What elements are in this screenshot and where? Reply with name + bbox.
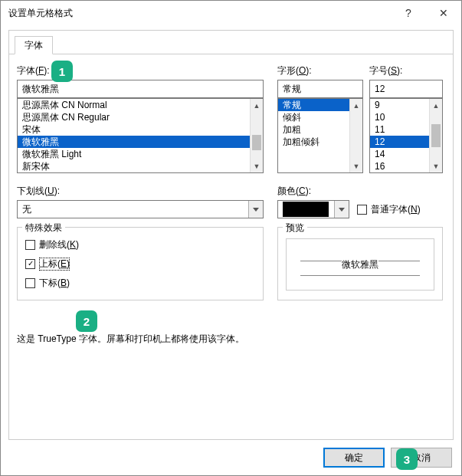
list-item[interactable]: 10 bbox=[370, 111, 429, 123]
preview-box: 微软雅黑 bbox=[286, 238, 434, 291]
size-input[interactable]: 12 bbox=[369, 80, 443, 98]
effects-legend: 特殊效果 bbox=[22, 222, 65, 235]
effects-fieldset: 特殊效果 删除线(K) ✓ 上标(E) 下标(B) bbox=[17, 227, 264, 300]
checkbox-box bbox=[357, 205, 367, 215]
size-input-value: 12 bbox=[375, 84, 385, 94]
help-button[interactable]: ? bbox=[391, 1, 426, 25]
style-listbox[interactable]: 常规倾斜加粗加粗倾斜 ▲ ▼ bbox=[277, 98, 363, 173]
ok-button[interactable]: 确定 bbox=[323, 448, 385, 468]
help-icon: ? bbox=[405, 7, 411, 19]
tab-font-label: 字体 bbox=[25, 39, 43, 52]
font-input-value: 微软雅黑 bbox=[22, 83, 59, 96]
list-item[interactable]: 加粗倾斜 bbox=[278, 136, 349, 148]
list-item[interactable]: 宋体 bbox=[18, 123, 250, 136]
close-button[interactable]: ✕ bbox=[426, 1, 461, 25]
checkbox-box bbox=[25, 240, 35, 250]
color-swatch bbox=[283, 202, 329, 217]
list-item[interactable]: 9 bbox=[370, 99, 429, 111]
subscript-checkbox[interactable]: 下标(B) bbox=[25, 275, 255, 291]
list-item[interactable]: 微软雅黑 bbox=[18, 136, 250, 148]
scroll-up-icon[interactable]: ▲ bbox=[350, 99, 362, 112]
color-label: 颜色(C): bbox=[277, 185, 443, 198]
titlebar: 设置单元格格式 ? ✕ bbox=[1, 1, 461, 25]
preview-legend: 预览 bbox=[283, 222, 307, 235]
annotation-badge-1: 1 bbox=[51, 61, 73, 82]
list-item[interactable]: 12 bbox=[370, 136, 429, 148]
preview-fieldset: 预览 微软雅黑 bbox=[277, 227, 443, 300]
font-scrollbar[interactable]: ▲ ▼ bbox=[250, 99, 263, 172]
strikethrough-checkbox[interactable]: 删除线(K) bbox=[25, 237, 255, 252]
superscript-label: 上标(E) bbox=[39, 258, 70, 271]
chevron-down-icon[interactable] bbox=[334, 201, 349, 218]
scroll-down-icon[interactable]: ▼ bbox=[430, 159, 442, 172]
scroll-up-icon[interactable]: ▲ bbox=[251, 99, 263, 112]
chevron-down-icon[interactable] bbox=[248, 201, 263, 218]
style-input-value: 常规 bbox=[283, 83, 301, 96]
style-input[interactable]: 常规 bbox=[277, 80, 363, 98]
format-cells-dialog: 设置单元格格式 ? ✕ 字体 字体(F): 微软雅黑 bbox=[0, 0, 462, 476]
close-icon: ✕ bbox=[439, 7, 448, 19]
normal-font-label: 普通字体(N) bbox=[371, 203, 421, 216]
tab-content: 字体(F): 微软雅黑 思源黑体 CN Normal思源黑体 CN Regula… bbox=[17, 64, 445, 432]
list-item[interactable]: 微软雅黑 Light bbox=[18, 148, 250, 160]
underline-value: 无 bbox=[22, 203, 31, 216]
underline-label: 下划线(U): bbox=[17, 185, 264, 198]
list-item[interactable]: 思源黑体 CN Regular bbox=[18, 111, 250, 123]
size-label: 字号(S): bbox=[369, 64, 443, 77]
checkbox-box: ✓ bbox=[25, 259, 35, 269]
style-scrollbar[interactable]: ▲ ▼ bbox=[349, 99, 362, 172]
font-note: 这是 TrueType 字体。屏幕和打印机上都将使用该字体。 bbox=[17, 333, 445, 346]
list-item[interactable]: 倾斜 bbox=[278, 111, 349, 123]
annotation-badge-3: 3 bbox=[396, 448, 418, 470]
ok-button-label: 确定 bbox=[345, 451, 363, 465]
subscript-label: 下标(B) bbox=[39, 277, 70, 290]
font-input[interactable]: 微软雅黑 bbox=[17, 80, 264, 98]
list-item[interactable]: 新宋体 bbox=[18, 160, 250, 172]
dialog-body: 字体 字体(F): 微软雅黑 思源黑体 CN Normal思源黑体 CN Reg… bbox=[8, 30, 454, 440]
window-title: 设置单元格格式 bbox=[8, 7, 73, 20]
scroll-up-icon[interactable]: ▲ bbox=[430, 99, 442, 112]
style-label: 字形(O): bbox=[277, 64, 363, 77]
list-item[interactable]: 11 bbox=[370, 123, 429, 136]
scroll-down-icon[interactable]: ▼ bbox=[350, 159, 362, 172]
size-scrollbar[interactable]: ▲ ▼ bbox=[429, 99, 442, 172]
tabstrip: 字体 bbox=[8, 30, 454, 51]
superscript-checkbox[interactable]: ✓ 上标(E) bbox=[25, 256, 255, 271]
normal-font-checkbox[interactable]: 普通字体(N) bbox=[357, 202, 421, 217]
font-listbox[interactable]: 思源黑体 CN Normal思源黑体 CN Regular宋体微软雅黑微软雅黑 … bbox=[17, 98, 264, 173]
annotation-badge-2: 2 bbox=[76, 310, 97, 332]
strikethrough-label: 删除线(K) bbox=[39, 238, 79, 251]
tab-font[interactable]: 字体 bbox=[15, 36, 53, 54]
list-item[interactable]: 16 bbox=[370, 160, 429, 172]
preview-text: 微软雅黑 bbox=[342, 258, 378, 271]
list-item[interactable]: 加粗 bbox=[278, 123, 349, 136]
list-item[interactable]: 14 bbox=[370, 148, 429, 160]
list-item[interactable]: 思源黑体 CN Normal bbox=[18, 99, 250, 111]
size-listbox[interactable]: 91011121416 ▲ ▼ bbox=[369, 98, 443, 173]
scroll-down-icon[interactable]: ▼ bbox=[251, 159, 263, 172]
list-item[interactable]: 常规 bbox=[278, 99, 349, 111]
color-dropdown[interactable] bbox=[277, 200, 349, 218]
underline-dropdown[interactable]: 无 bbox=[17, 200, 264, 218]
checkbox-box bbox=[25, 278, 35, 288]
